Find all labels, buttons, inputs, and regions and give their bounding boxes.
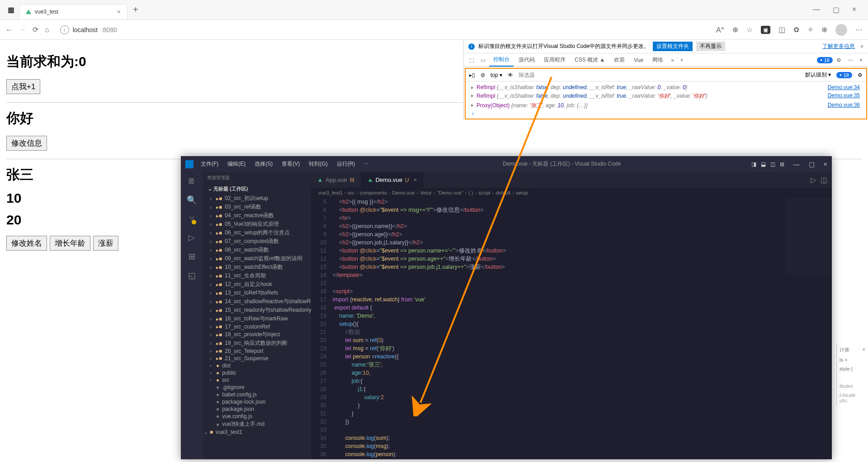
- address-bar[interactable]: i localhost:8080: [56, 23, 704, 37]
- tree-file[interactable]: ● package-lock.json: [204, 398, 311, 405]
- tree-file[interactable]: ● babel.config.js: [204, 391, 311, 398]
- site-info-icon[interactable]: i: [60, 25, 69, 34]
- more-tabs-icon[interactable]: »: [668, 57, 677, 63]
- menu-go[interactable]: 转到(G): [305, 160, 331, 168]
- menu-view[interactable]: 查看(V): [278, 160, 303, 168]
- zoom-icon[interactable]: ⊕: [732, 25, 738, 34]
- editor-tab[interactable]: App.vue M: [311, 172, 361, 188]
- run-icon[interactable]: ▷: [811, 176, 816, 184]
- tree-file[interactable]: ›● public: [204, 369, 311, 376]
- menu-selection[interactable]: 选择(S): [251, 160, 276, 168]
- tree-folder[interactable]: ›▸■ 19_src_响应式数据的判断: [204, 339, 311, 348]
- set-root-button[interactable]: 设置根文件夹: [653, 42, 693, 51]
- filter-input[interactable]: [519, 72, 800, 78]
- close-window-icon[interactable]: ×: [852, 5, 856, 14]
- layout-icon[interactable]: ◫: [770, 161, 775, 167]
- tab-application[interactable]: 应用程序: [540, 53, 570, 67]
- tree-folder[interactable]: ›▸■ 04_src_reactive函数: [204, 211, 311, 220]
- log-source-link[interactable]: Demo.vue:35: [828, 92, 863, 100]
- tree-folder[interactable]: ›▸■ 03_src_ref函数: [204, 203, 311, 211]
- vs-maximize-icon[interactable]: ▢: [809, 161, 815, 168]
- extensions-icon[interactable]: ⊞: [189, 252, 195, 262]
- search-icon[interactable]: 🔍: [187, 195, 197, 205]
- maximize-icon[interactable]: ▢: [833, 5, 840, 14]
- context-selector[interactable]: top ▾: [491, 72, 502, 78]
- menu-run[interactable]: 运行(R): [333, 160, 359, 168]
- split-icon[interactable]: ◫: [778, 25, 785, 34]
- downloads-icon[interactable]: ⊕: [821, 25, 827, 34]
- tree-folder[interactable]: ›▸■ 15_src_readonly与shallowReadonly: [204, 306, 311, 314]
- sidebar-toggle-icon[interactable]: ▸▯: [469, 72, 475, 78]
- minimize-icon[interactable]: —: [813, 5, 820, 14]
- tab-sources[interactable]: 源代码: [514, 53, 539, 67]
- tab-css-overview[interactable]: CSS 概述 ▲: [571, 53, 609, 67]
- layout-icon[interactable]: ⊞: [780, 161, 784, 167]
- level-selector[interactable]: 默认级别 ▾: [805, 71, 831, 79]
- home-icon[interactable]: ⌂: [45, 26, 49, 34]
- tree-folder[interactable]: ›▸■ 18_src_provide与inject: [204, 330, 311, 339]
- editor-tab[interactable]: Demo.vue U ×: [361, 172, 424, 188]
- tab-actions-icon[interactable]: ▦: [3, 5, 19, 14]
- tab-welcome[interactable]: 欢迎: [610, 53, 629, 67]
- settings-icon[interactable]: ⚙: [834, 57, 844, 63]
- menu-edit[interactable]: 编辑(E): [224, 160, 249, 168]
- close-devtools-icon[interactable]: ×: [857, 57, 865, 63]
- tab-vue[interactable]: Vue: [630, 53, 647, 67]
- tree-folder[interactable]: ›▸■ 12_src_自定义hook: [204, 280, 311, 289]
- plus-one-button[interactable]: 点我+1: [6, 79, 40, 94]
- tree-file[interactable]: ● package.json: [204, 405, 311, 413]
- eye-icon[interactable]: 👁: [508, 72, 513, 78]
- close-tab-icon[interactable]: ×: [414, 176, 417, 183]
- modify-msg-button[interactable]: 修改信息: [6, 136, 47, 151]
- more-icon[interactable]: ⋯: [855, 25, 863, 34]
- log-source-link[interactable]: Demo.vue:34: [828, 84, 863, 90]
- workspace-header[interactable]: ⌄ 无标题 (工作区): [203, 184, 311, 194]
- tree-folder[interactable]: ›▸■ 06_src_setup的两个注意点: [204, 229, 311, 237]
- tree-folder[interactable]: ›▸■ 02_src_初识setup: [204, 194, 311, 203]
- dots-icon[interactable]: ⋯: [845, 57, 856, 63]
- forward-icon[interactable]: →: [19, 26, 26, 34]
- tree-folder[interactable]: ›▸■ 20_src_Teleport: [204, 348, 311, 355]
- menu-file[interactable]: 文件(F): [197, 160, 222, 168]
- tree-file[interactable]: ● vue.config.js: [204, 413, 311, 420]
- tree-folder[interactable]: ›▸■ 16_src_toRaw与markRaw: [204, 314, 311, 323]
- source-control-icon[interactable]: ⑂: [189, 214, 194, 224]
- breadcrumb[interactable]: vue3_test1›src›components›Demo.vue›Vetur…: [311, 188, 832, 198]
- tree-folder[interactable]: ›▸■ 09_src_watch监视ref数据的说明: [204, 254, 311, 263]
- debug-icon[interactable]: ▷: [189, 233, 195, 243]
- tree-folder[interactable]: ›▸■ 05_Vue3的响应式原理: [204, 220, 311, 229]
- favorite-icon[interactable]: ☆: [746, 25, 753, 34]
- tab-console[interactable]: 控制台: [489, 53, 514, 67]
- tree-folder[interactable]: ›▸■ 10_src_watchEffect函数: [204, 263, 311, 271]
- tree-folder[interactable]: ›▸■ 11_src_生命周期: [204, 271, 311, 280]
- explorer-icon[interactable]: 🗎: [188, 176, 196, 186]
- vs-close-icon[interactable]: ×: [824, 161, 827, 168]
- grow-age-button[interactable]: 增长年龄: [50, 236, 90, 251]
- expand-icon[interactable]: ▸: [471, 84, 474, 90]
- code-editor[interactable]: 5678910111213141516171819202122232425262…: [311, 198, 832, 459]
- split-editor-icon[interactable]: ◫: [821, 176, 827, 184]
- avatar[interactable]: [835, 24, 847, 36]
- log-source-link[interactable]: Demo.vue:36: [828, 102, 863, 110]
- learn-more-link[interactable]: 了解更多信息: [822, 43, 855, 50]
- menu-more[interactable]: ···: [360, 160, 372, 168]
- browser-tab[interactable]: vue3_test ×: [19, 4, 127, 19]
- close-infobar-icon[interactable]: ×: [860, 43, 863, 50]
- console-prompt[interactable]: ›: [468, 110, 863, 117]
- close-tab-icon[interactable]: ×: [117, 8, 121, 15]
- new-tab-button[interactable]: +: [127, 5, 144, 15]
- read-aloud-icon[interactable]: A»: [716, 24, 724, 34]
- inspect-icon[interactable]: ⬚: [467, 57, 477, 63]
- refresh-icon[interactable]: ⟳: [33, 25, 38, 34]
- tree-folder[interactable]: ›▸■ 21_src_Suspense: [204, 355, 311, 362]
- layout-icon[interactable]: ⬓: [761, 161, 766, 167]
- tree-folder[interactable]: ›▸■ 07_src_computed函数: [204, 237, 311, 246]
- layout-icon[interactable]: ◨: [751, 161, 756, 167]
- tree-file[interactable]: ● vue3快速上手.md: [204, 420, 311, 429]
- add-tab-icon[interactable]: +: [678, 57, 686, 63]
- device-icon[interactable]: ▭: [478, 57, 488, 63]
- tree-folder[interactable]: ›▸■ 14_src_shallowReactive与shallowRef: [204, 297, 311, 306]
- favorites-bar-icon[interactable]: ✧: [807, 25, 813, 34]
- minimap[interactable]: [787, 198, 832, 275]
- collections-icon[interactable]: ▣: [761, 26, 770, 34]
